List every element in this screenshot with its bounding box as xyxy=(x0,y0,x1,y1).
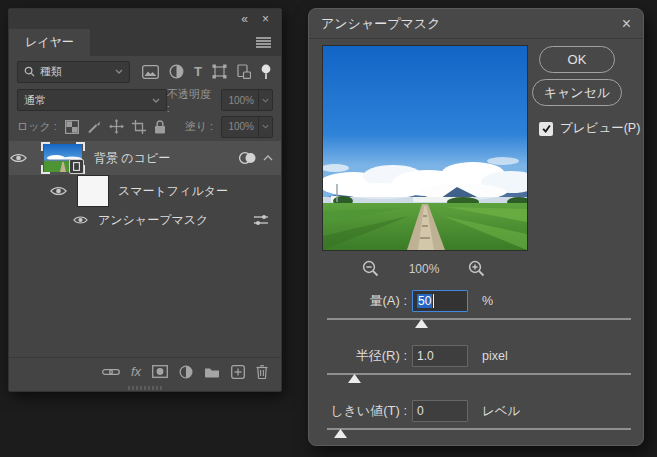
panel-menu-icon[interactable] xyxy=(256,37,271,48)
fill-label: 塗り : xyxy=(185,119,213,134)
amount-field-row: 量(A) : 50 % xyxy=(309,290,643,312)
radius-unit: pixel xyxy=(482,349,508,363)
lock-position-move-icon[interactable] xyxy=(109,119,124,134)
filter-preview-image[interactable] xyxy=(322,45,528,251)
layer-style-fx-icon[interactable]: fx xyxy=(131,365,141,378)
new-layer-icon[interactable] xyxy=(231,365,245,379)
slider-thumb[interactable] xyxy=(334,429,347,438)
lock-transparency-icon[interactable] xyxy=(65,120,79,134)
opacity-label: 不透明度 : xyxy=(167,87,216,114)
new-group-folder-icon[interactable] xyxy=(204,366,220,378)
blend-mode-row: 通常 不透明度 : 100% xyxy=(9,87,281,113)
amount-label: 量(A) : xyxy=(309,292,407,310)
threshold-slider[interactable] xyxy=(327,428,631,440)
opacity-input[interactable]: 100% xyxy=(221,89,273,111)
panel-resize-grip[interactable] xyxy=(128,386,162,390)
opacity-value: 100% xyxy=(222,95,258,106)
layer-row-smart-filters[interactable]: スマートフィルター xyxy=(9,175,281,207)
slider-track[interactable] xyxy=(327,373,631,375)
filter-smart-objects-icon[interactable] xyxy=(237,64,251,79)
panel-tab-bar: レイヤー xyxy=(9,29,281,56)
radius-label: 半径(R) : xyxy=(309,347,407,365)
smart-object-badge-icon xyxy=(69,159,84,174)
zoom-out-icon[interactable] xyxy=(362,260,379,277)
eye-icon xyxy=(73,215,88,225)
visibility-toggle[interactable] xyxy=(9,152,27,164)
layer-thumbnail[interactable] xyxy=(41,142,85,174)
chevron-up-icon[interactable] xyxy=(263,155,273,161)
text-caret xyxy=(433,294,434,308)
amount-slider[interactable] xyxy=(327,318,631,330)
preview-zoom-controls: 100% xyxy=(322,258,526,280)
eye-icon xyxy=(10,152,27,164)
lock-row: ロック : xyxy=(9,113,281,140)
tab-layers[interactable]: レイヤー xyxy=(9,29,90,56)
radius-slider[interactable] xyxy=(327,373,631,385)
smart-filter-indicator-icon[interactable] xyxy=(238,151,257,165)
link-layers-icon[interactable] xyxy=(102,367,120,377)
threshold-unit: レベル xyxy=(482,403,520,420)
fill-input[interactable]: 100% xyxy=(221,116,273,138)
filter-shape-layers-icon[interactable] xyxy=(212,64,227,79)
slider-thumb[interactable] xyxy=(348,374,361,383)
layer-filter-row: 種類 T xyxy=(9,56,281,87)
filter-toggle-pin-icon[interactable] xyxy=(261,64,271,80)
visibility-toggle[interactable] xyxy=(49,185,67,197)
collapse-panel-icon[interactable]: « xyxy=(241,9,248,29)
dialog-title: アンシャープマスク xyxy=(321,15,622,33)
layer-row-unsharp-mask[interactable]: アンシャープマスク xyxy=(9,207,281,233)
panel-title-strip: « × xyxy=(9,9,281,29)
filter-pixel-layers-icon[interactable] xyxy=(142,65,159,79)
filter-mask-thumbnail[interactable] xyxy=(77,175,109,207)
search-icon xyxy=(24,66,35,77)
layers-panel-footer: fx xyxy=(9,357,281,385)
layer-name: アンシャープマスク xyxy=(98,212,253,229)
threshold-field-row: しきい値(T) : 0 レベル xyxy=(309,400,643,422)
radius-input[interactable]: 1.0 xyxy=(412,345,468,367)
slider-thumb[interactable] xyxy=(415,319,428,328)
lock-all-padlock-icon[interactable] xyxy=(154,120,166,134)
slider-track[interactable] xyxy=(327,428,631,430)
visibility-toggle[interactable] xyxy=(71,215,89,225)
slider-track[interactable] xyxy=(327,318,631,320)
layer-name: 背景 のコピー xyxy=(94,150,238,167)
ok-button[interactable]: OK xyxy=(539,46,615,73)
dialog-close-icon[interactable]: × xyxy=(622,9,631,39)
chevron-down-icon xyxy=(115,69,123,74)
photoshop-workspace: « × レイヤー 種類 xyxy=(0,0,657,457)
new-adjustment-layer-icon[interactable] xyxy=(179,365,193,379)
layer-row-background-copy[interactable]: 背景 のコピー xyxy=(9,141,281,175)
amount-value: 50 xyxy=(417,294,432,308)
amount-input[interactable]: 50 xyxy=(412,290,468,312)
unsharp-mask-dialog: アンシャープマスク × xyxy=(308,8,644,446)
zoom-percentage: 100% xyxy=(322,258,526,280)
lock-artboard-icon[interactable] xyxy=(132,120,146,134)
threshold-input[interactable]: 0 xyxy=(412,400,468,422)
filter-blending-options-icon[interactable] xyxy=(253,214,269,226)
radius-value: 1.0 xyxy=(417,349,434,363)
filter-type-buttons: T xyxy=(142,64,271,80)
layer-name: スマートフィルター xyxy=(118,183,281,200)
blend-mode-select[interactable]: 通常 xyxy=(17,89,167,111)
preview-checkbox-label: プレビュー(P) xyxy=(560,120,640,137)
zoom-in-icon[interactable] xyxy=(468,260,485,277)
cancel-button[interactable]: キャンセル xyxy=(532,79,622,106)
fill-value: 100% xyxy=(222,121,258,132)
threshold-label: しきい値(T) : xyxy=(309,402,407,420)
close-panel-icon[interactable]: × xyxy=(262,9,269,29)
dialog-title-bar[interactable]: アンシャープマスク × xyxy=(309,9,643,39)
preview-checkbox-row[interactable]: プレビュー(P) xyxy=(539,120,640,137)
delete-layer-trash-icon[interactable] xyxy=(256,365,268,379)
filter-adjustment-layers-icon[interactable] xyxy=(169,64,184,79)
chevron-down-icon xyxy=(152,98,160,103)
add-layer-mask-icon[interactable] xyxy=(152,365,168,378)
filter-kind-select[interactable]: 種類 xyxy=(17,61,130,83)
layers-panel: « × レイヤー 種類 xyxy=(8,8,282,392)
filter-type-layers-icon[interactable]: T xyxy=(194,64,202,79)
lock-label: ロック : xyxy=(17,119,57,134)
chevron-down-icon xyxy=(262,124,269,129)
layer-list: 背景 のコピー xyxy=(9,141,281,233)
radius-field-row: 半径(R) : 1.0 pixel xyxy=(309,345,643,367)
preview-checkbox[interactable] xyxy=(539,122,553,136)
lock-paint-brush-icon[interactable] xyxy=(87,120,101,134)
